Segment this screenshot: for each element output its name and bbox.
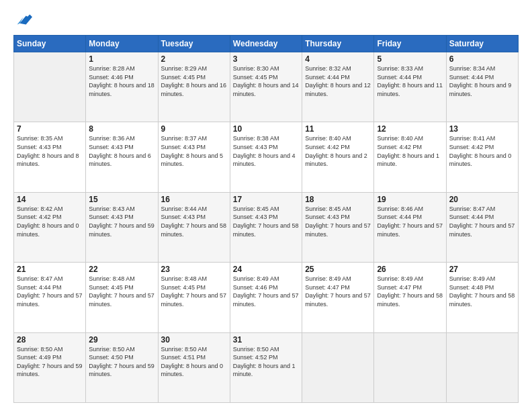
calendar-header-wednesday: Wednesday (230, 36, 302, 52)
calendar-cell: 28Sunrise: 8:50 AMSunset: 4:49 PMDayligh… (14, 332, 86, 402)
calendar-header-monday: Monday (86, 36, 158, 52)
day-number: 13 (449, 124, 515, 134)
calendar-header-friday: Friday (374, 36, 446, 52)
day-number: 21 (17, 265, 83, 274)
calendar-week-row: 1Sunrise: 8:28 AMSunset: 4:46 PMDaylight… (14, 52, 519, 122)
cell-content: Sunrise: 8:42 AMSunset: 4:42 PMDaylight:… (17, 205, 83, 238)
day-number: 12 (377, 124, 443, 134)
day-number: 23 (161, 265, 227, 274)
day-number: 14 (17, 195, 83, 204)
cell-content: Sunrise: 8:46 AMSunset: 4:44 PMDaylight:… (377, 205, 443, 238)
calendar-cell: 20Sunrise: 8:47 AMSunset: 4:44 PMDayligh… (446, 192, 518, 262)
cell-content: Sunrise: 8:30 AMSunset: 4:45 PMDaylight:… (233, 64, 299, 98)
calendar-cell: 27Sunrise: 8:49 AMSunset: 4:48 PMDayligh… (446, 263, 518, 332)
calendar-header-row: SundayMondayTuesdayWednesdayThursdayFrid… (14, 36, 519, 52)
day-number: 9 (161, 124, 227, 134)
calendar-header-tuesday: Tuesday (158, 36, 230, 52)
day-number: 11 (305, 124, 371, 134)
day-number: 1 (89, 54, 154, 64)
calendar-cell: 16Sunrise: 8:44 AMSunset: 4:43 PMDayligh… (158, 192, 230, 262)
calendar-cell: 7Sunrise: 8:35 AMSunset: 4:43 PMDaylight… (14, 122, 86, 192)
day-number: 15 (89, 195, 154, 204)
calendar-cell: 5Sunrise: 8:33 AMSunset: 4:44 PMDaylight… (374, 52, 446, 122)
day-number: 28 (17, 335, 83, 345)
calendar-table: SundayMondayTuesdayWednesdayThursdayFrid… (13, 35, 519, 403)
day-number: 29 (89, 335, 154, 345)
calendar-cell: 10Sunrise: 8:38 AMSunset: 4:43 PMDayligh… (230, 122, 302, 192)
calendar-cell: 3Sunrise: 8:30 AMSunset: 4:45 PMDaylight… (230, 52, 302, 122)
cell-content: Sunrise: 8:38 AMSunset: 4:43 PMDaylight:… (233, 134, 299, 168)
day-number: 16 (161, 195, 227, 204)
cell-content: Sunrise: 8:50 AMSunset: 4:51 PMDaylight:… (161, 345, 227, 379)
cell-content: Sunrise: 8:35 AMSunset: 4:43 PMDaylight:… (17, 134, 83, 168)
header (13, 11, 519, 30)
day-number: 30 (161, 335, 227, 345)
cell-content: Sunrise: 8:48 AMSunset: 4:45 PMDaylight:… (89, 275, 154, 308)
cell-content: Sunrise: 8:36 AMSunset: 4:43 PMDaylight:… (89, 134, 154, 168)
calendar-header-sunday: Sunday (14, 36, 86, 52)
cell-content: Sunrise: 8:41 AMSunset: 4:42 PMDaylight:… (449, 134, 515, 168)
calendar-cell: 24Sunrise: 8:49 AMSunset: 4:46 PMDayligh… (230, 263, 302, 332)
calendar-cell: 12Sunrise: 8:40 AMSunset: 4:42 PMDayligh… (374, 122, 446, 192)
cell-content: Sunrise: 8:29 AMSunset: 4:45 PMDaylight:… (161, 64, 227, 98)
calendar-cell: 4Sunrise: 8:32 AMSunset: 4:44 PMDaylight… (302, 52, 374, 122)
day-number: 3 (233, 54, 299, 64)
calendar-cell (14, 52, 86, 122)
calendar-cell: 8Sunrise: 8:36 AMSunset: 4:43 PMDaylight… (86, 122, 158, 192)
calendar-cell: 1Sunrise: 8:28 AMSunset: 4:46 PMDaylight… (86, 52, 158, 122)
calendar-header-thursday: Thursday (302, 36, 374, 52)
calendar-cell (446, 332, 518, 402)
calendar-cell: 15Sunrise: 8:43 AMSunset: 4:43 PMDayligh… (86, 192, 158, 262)
calendar-cell: 21Sunrise: 8:47 AMSunset: 4:44 PMDayligh… (14, 263, 86, 332)
day-number: 22 (89, 265, 154, 274)
calendar-cell: 25Sunrise: 8:49 AMSunset: 4:47 PMDayligh… (302, 263, 374, 332)
day-number: 10 (233, 124, 299, 134)
logo (13, 11, 35, 30)
calendar-cell: 31Sunrise: 8:50 AMSunset: 4:52 PMDayligh… (230, 332, 302, 402)
day-number: 19 (377, 195, 443, 204)
cell-content: Sunrise: 8:44 AMSunset: 4:43 PMDaylight:… (161, 205, 227, 238)
calendar-cell (374, 332, 446, 402)
cell-content: Sunrise: 8:43 AMSunset: 4:43 PMDaylight:… (89, 205, 154, 238)
day-number: 20 (449, 195, 515, 204)
calendar-cell: 30Sunrise: 8:50 AMSunset: 4:51 PMDayligh… (158, 332, 230, 402)
cell-content: Sunrise: 8:40 AMSunset: 4:42 PMDaylight:… (305, 134, 371, 168)
cell-content: Sunrise: 8:33 AMSunset: 4:44 PMDaylight:… (377, 64, 443, 98)
calendar-cell: 2Sunrise: 8:29 AMSunset: 4:45 PMDaylight… (158, 52, 230, 122)
cell-content: Sunrise: 8:49 AMSunset: 4:47 PMDaylight:… (305, 275, 371, 308)
day-number: 2 (161, 54, 227, 64)
cell-content: Sunrise: 8:34 AMSunset: 4:44 PMDaylight:… (449, 64, 515, 98)
day-number: 18 (305, 195, 371, 204)
day-number: 31 (233, 335, 299, 345)
calendar-cell: 22Sunrise: 8:48 AMSunset: 4:45 PMDayligh… (86, 263, 158, 332)
calendar-cell: 23Sunrise: 8:48 AMSunset: 4:45 PMDayligh… (158, 263, 230, 332)
cell-content: Sunrise: 8:50 AMSunset: 4:50 PMDaylight:… (89, 345, 154, 379)
logo-bird-icon (13, 11, 32, 30)
cell-content: Sunrise: 8:28 AMSunset: 4:46 PMDaylight:… (89, 64, 154, 98)
calendar-cell: 17Sunrise: 8:45 AMSunset: 4:43 PMDayligh… (230, 192, 302, 262)
calendar-cell: 14Sunrise: 8:42 AMSunset: 4:42 PMDayligh… (14, 192, 86, 262)
calendar-cell: 29Sunrise: 8:50 AMSunset: 4:50 PMDayligh… (86, 332, 158, 402)
cell-content: Sunrise: 8:49 AMSunset: 4:47 PMDaylight:… (377, 275, 443, 308)
calendar-week-row: 14Sunrise: 8:42 AMSunset: 4:42 PMDayligh… (14, 192, 519, 262)
cell-content: Sunrise: 8:45 AMSunset: 4:43 PMDaylight:… (305, 205, 371, 238)
calendar-cell: 19Sunrise: 8:46 AMSunset: 4:44 PMDayligh… (374, 192, 446, 262)
day-number: 17 (233, 195, 299, 204)
calendar-week-row: 21Sunrise: 8:47 AMSunset: 4:44 PMDayligh… (14, 263, 519, 332)
cell-content: Sunrise: 8:49 AMSunset: 4:46 PMDaylight:… (233, 275, 299, 308)
cell-content: Sunrise: 8:32 AMSunset: 4:44 PMDaylight:… (305, 64, 371, 98)
calendar-week-row: 7Sunrise: 8:35 AMSunset: 4:43 PMDaylight… (14, 122, 519, 192)
page: SundayMondayTuesdayWednesdayThursdayFrid… (0, 0, 532, 411)
cell-content: Sunrise: 8:49 AMSunset: 4:48 PMDaylight:… (449, 275, 515, 308)
day-number: 6 (449, 54, 515, 64)
day-number: 25 (305, 265, 371, 274)
day-number: 4 (305, 54, 371, 64)
day-number: 26 (377, 265, 443, 274)
day-number: 24 (233, 265, 299, 274)
day-number: 27 (449, 265, 515, 274)
cell-content: Sunrise: 8:50 AMSunset: 4:52 PMDaylight:… (233, 345, 299, 379)
day-number: 7 (17, 124, 83, 134)
cell-content: Sunrise: 8:37 AMSunset: 4:43 PMDaylight:… (161, 134, 227, 168)
calendar-cell (302, 332, 374, 402)
cell-content: Sunrise: 8:50 AMSunset: 4:49 PMDaylight:… (17, 345, 83, 379)
